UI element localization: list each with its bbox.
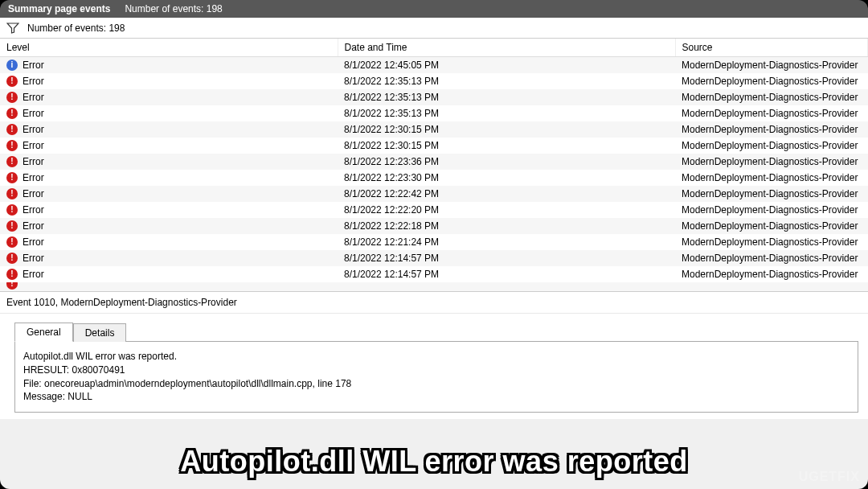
summary-count: Number of events: 198 <box>125 3 222 14</box>
error-icon: ! <box>6 92 18 103</box>
filter-bar: Number of events: 198 <box>0 18 868 39</box>
source-cell: ModernDeployment-Diagnostics-Provider <box>675 266 868 282</box>
details-line: Autopilot.dll WIL error was reported. <box>23 350 850 364</box>
summary-bar: Summary page events Number of events: 19… <box>0 0 868 18</box>
error-icon: ! <box>6 140 18 151</box>
source-cell: ModernDeployment-Diagnostics-Provider <box>675 73 868 89</box>
level-label: Error <box>23 253 44 264</box>
level-label: Error <box>23 76 44 87</box>
table-row[interactable]: !Error8/1/2022 12:14:57 PMModernDeployme… <box>0 266 868 282</box>
date-cell: 8/1/2022 12:30:15 PM <box>338 121 675 138</box>
source-cell: ModernDeployment-Diagnostics-Provider <box>675 218 868 234</box>
source-cell: ModernDeployment-Diagnostics-Provider <box>675 170 868 186</box>
col-header-source[interactable]: Source <box>675 39 868 57</box>
table-header-row: Level Date and Time Source <box>0 39 868 57</box>
table-row[interactable]: !Error8/1/2022 12:22:20 PMModernDeployme… <box>0 202 868 218</box>
details-tabs: General Details <box>0 314 868 341</box>
date-cell: 8/1/2022 12:22:20 PM <box>338 202 675 218</box>
table-row[interactable]: ! <box>0 282 868 293</box>
filter-count: Number of events: 198 <box>27 23 125 34</box>
events-table: Level Date and Time Source iError8/1/202… <box>0 39 868 292</box>
level-label: Error <box>23 140 44 151</box>
watermark: UGETFIX <box>799 470 860 484</box>
table-row[interactable]: !Error8/1/2022 12:35:13 PMModernDeployme… <box>0 105 868 121</box>
table-row[interactable]: !Error8/1/2022 12:23:36 PMModernDeployme… <box>0 154 868 170</box>
table-row[interactable]: !Error8/1/2022 12:22:18 PMModernDeployme… <box>0 218 868 234</box>
date-cell: 8/1/2022 12:21:24 PM <box>338 234 675 250</box>
table-row[interactable]: !Error8/1/2022 12:30:15 PMModernDeployme… <box>0 121 868 138</box>
details-pane: Event 1010, ModernDeployment-Diagnostics… <box>0 292 868 419</box>
table-row[interactable]: !Error8/1/2022 12:22:42 PMModernDeployme… <box>0 186 868 202</box>
error-icon: ! <box>6 269 18 280</box>
date-cell: 8/1/2022 12:23:30 PM <box>338 170 675 186</box>
summary-title: Summary page events <box>8 3 110 14</box>
level-label: Error <box>23 124 44 135</box>
tab-general[interactable]: General <box>14 323 73 342</box>
source-cell: ModernDeployment-Diagnostics-Provider <box>675 89 868 105</box>
table-row[interactable]: iError8/1/2022 12:45:05 PMModernDeployme… <box>0 57 868 73</box>
source-cell: ModernDeployment-Diagnostics-Provider <box>675 186 868 202</box>
level-label: Error <box>23 92 44 103</box>
error-icon: ! <box>6 172 18 183</box>
error-icon: ! <box>6 156 18 167</box>
source-cell: ModernDeployment-Diagnostics-Provider <box>675 121 868 138</box>
source-cell: ModernDeployment-Diagnostics-Provider <box>675 250 868 266</box>
details-line: HRESULT: 0x80070491 <box>23 364 850 377</box>
error-icon: ! <box>6 108 18 119</box>
table-row[interactable]: !Error8/1/2022 12:14:57 PMModernDeployme… <box>0 250 868 266</box>
source-cell: ModernDeployment-Diagnostics-Provider <box>675 105 868 121</box>
table-row[interactable]: !Error8/1/2022 12:35:13 PMModernDeployme… <box>0 73 868 89</box>
error-icon: ! <box>6 236 18 248</box>
level-label: Error <box>23 172 44 183</box>
date-cell: 8/1/2022 12:22:42 PM <box>338 186 675 202</box>
table-row[interactable]: !Error8/1/2022 12:35:13 PMModernDeployme… <box>0 89 868 105</box>
source-cell: ModernDeployment-Diagnostics-Provider <box>675 138 868 154</box>
level-label: Error <box>23 236 44 248</box>
error-icon: ! <box>6 124 18 135</box>
date-cell: 8/1/2022 12:45:05 PM <box>338 57 675 73</box>
level-label: Error <box>23 60 44 71</box>
tab-details[interactable]: Details <box>73 323 127 342</box>
date-cell: 8/1/2022 12:14:57 PM <box>338 266 675 282</box>
source-cell: ModernDeployment-Diagnostics-Provider <box>675 154 868 170</box>
level-label: Error <box>23 220 44 232</box>
col-header-level[interactable]: Level <box>0 39 338 57</box>
error-icon: ! <box>6 282 18 290</box>
error-icon: ! <box>6 204 18 216</box>
col-header-date[interactable]: Date and Time <box>338 39 675 57</box>
table-row[interactable]: !Error8/1/2022 12:23:30 PMModernDeployme… <box>0 170 868 186</box>
funnel-icon[interactable] <box>6 22 19 35</box>
date-cell: 8/1/2022 12:22:18 PM <box>338 218 675 234</box>
date-cell: 8/1/2022 12:23:36 PM <box>338 154 675 170</box>
events-table-wrap[interactable]: Level Date and Time Source iError8/1/202… <box>0 39 868 292</box>
source-cell: ModernDeployment-Diagnostics-Provider <box>675 202 868 218</box>
level-label: Error <box>23 204 44 216</box>
source-cell: ModernDeployment-Diagnostics-Provider <box>675 234 868 250</box>
level-label: Error <box>23 108 44 119</box>
error-icon: ! <box>6 76 18 87</box>
error-icon: ! <box>6 253 18 264</box>
error-icon: ! <box>6 220 18 232</box>
level-label: Error <box>23 269 44 280</box>
source-cell: ModernDeployment-Diagnostics-Provider <box>675 57 868 73</box>
details-line: File: onecoreuap\admin\moderndeployment\… <box>23 377 850 391</box>
error-icon: ! <box>6 188 18 199</box>
general-panel: Autopilot.dll WIL error was reported.HRE… <box>14 341 858 413</box>
details-header: Event 1010, ModernDeployment-Diagnostics… <box>0 292 868 314</box>
table-row[interactable]: !Error8/1/2022 12:30:15 PMModernDeployme… <box>0 138 868 154</box>
table-row[interactable]: !Error8/1/2022 12:21:24 PMModernDeployme… <box>0 234 868 250</box>
event-viewer-frame: Summary page events Number of events: 19… <box>0 0 868 489</box>
date-cell: 8/1/2022 12:14:57 PM <box>338 250 675 266</box>
level-label: Error <box>23 156 44 167</box>
info-icon: i <box>6 60 18 71</box>
date-cell: 8/1/2022 12:30:15 PM <box>338 138 675 154</box>
caption-band: Autopilot.dll WIL error was reported <box>0 434 868 489</box>
level-label: Error <box>23 188 44 199</box>
caption-text: Autopilot.dll WIL error was reported <box>180 445 687 479</box>
details-line: Message: NULL <box>23 390 850 404</box>
date-cell: 8/1/2022 12:35:13 PM <box>338 105 675 121</box>
date-cell: 8/1/2022 12:35:13 PM <box>338 89 675 105</box>
date-cell: 8/1/2022 12:35:13 PM <box>338 73 675 89</box>
